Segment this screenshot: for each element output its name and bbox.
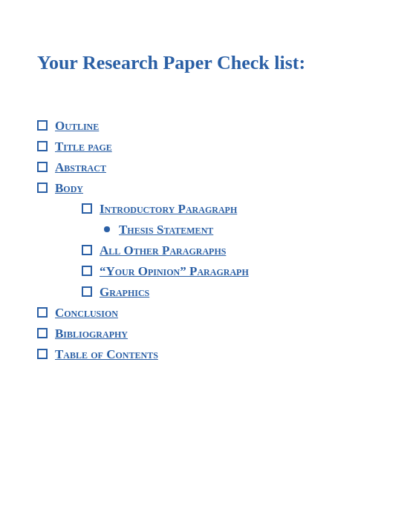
checklist-item-conclusion: Conclusion	[37, 306, 373, 321]
item-label: Abstract	[55, 160, 106, 175]
item-label: Title page	[55, 139, 112, 154]
checklist-item-graphics: Graphics	[82, 285, 373, 300]
checkbox-icon[interactable]	[37, 141, 48, 151]
checklist-item-body: Body	[37, 181, 373, 196]
item-label: All Other Paragraphs	[100, 243, 226, 258]
checkbox-icon[interactable]	[37, 328, 48, 338]
item-label: “Your Opinion” Paragraph	[100, 264, 249, 279]
checklist-item-introductory-paragraph: Introductory Paragraph	[82, 202, 373, 217]
checkbox-icon[interactable]	[37, 183, 48, 193]
checklist-item-all-other-paragraphs: All Other Paragraphs	[82, 243, 373, 258]
checkbox-icon[interactable]	[82, 245, 92, 255]
checklist-item-outline: Outline	[37, 119, 373, 134]
checklist-item-thesis-statement: Thesis Statement	[104, 223, 373, 237]
item-label: Introductory Paragraph	[100, 202, 237, 217]
checkbox-icon[interactable]	[37, 162, 48, 172]
checklist-item-bibliography: Bibliography	[37, 326, 373, 341]
page: Your Research Paper Check list: Outline …	[0, 0, 410, 532]
checklist-item-table-of-contents: Table of Contents	[37, 347, 373, 362]
checklist-item-abstract: Abstract	[37, 160, 373, 175]
checkbox-icon[interactable]	[82, 286, 92, 297]
checklist-item-your-opinion-paragraph: “Your Opinion” Paragraph	[82, 264, 373, 279]
checklist: Outline Title page Abstract Body Introdu…	[37, 119, 373, 362]
item-label: Bibliography	[55, 326, 128, 341]
item-label: Graphics	[100, 285, 149, 300]
item-label: Body	[55, 181, 83, 196]
checkbox-icon[interactable]	[82, 266, 92, 276]
checkbox-icon[interactable]	[37, 120, 48, 131]
checkbox-icon[interactable]	[37, 307, 48, 318]
item-label: Outline	[55, 119, 99, 134]
item-label: Thesis Statement	[119, 223, 213, 237]
checkbox-icon[interactable]	[82, 203, 92, 214]
checkbox-icon[interactable]	[37, 349, 48, 359]
bullet-icon	[104, 226, 110, 232]
item-label: Conclusion	[55, 306, 118, 321]
page-title: Your Research Paper Check list:	[37, 52, 373, 74]
item-label: Table of Contents	[55, 347, 158, 362]
checklist-item-title-page: Title page	[37, 139, 373, 154]
